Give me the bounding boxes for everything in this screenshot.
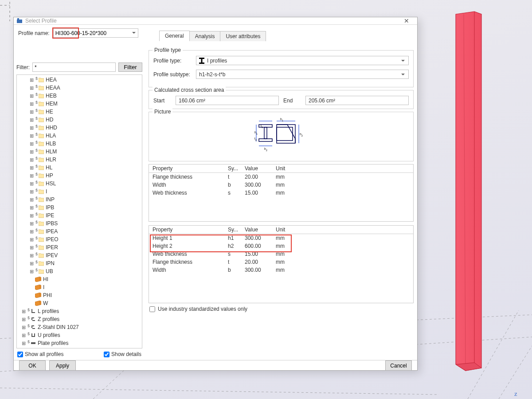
dialog-title: Select Profile — [25, 18, 399, 24]
expand-icon[interactable]: ⊞ — [29, 94, 34, 98]
property-table-b[interactable]: PropertySy...ValueUnitHeight 1h1300.00mm… — [149, 225, 414, 303]
table-row[interactable]: Height 1h1300.00mm — [149, 234, 413, 242]
tree-item[interactable]: ⊞$I — [17, 188, 142, 196]
expand-icon[interactable]: ⊞ — [29, 110, 34, 114]
tree-item[interactable]: ⊞$IPBS — [17, 219, 142, 227]
tree-item[interactable]: W — [17, 299, 142, 307]
tree-item[interactable]: ⊞$UB — [17, 267, 142, 275]
tree-item[interactable]: ⊞$IPEO — [17, 235, 142, 243]
tree-item[interactable]: ⊞$HEA — [17, 76, 142, 84]
tree-item[interactable]: HI — [17, 275, 142, 283]
dialog-titlebar[interactable]: Select Profile ✕ — [14, 17, 417, 25]
property-table-a[interactable]: PropertySy...ValueUnitFlange thicknesst2… — [149, 164, 414, 222]
expand-icon[interactable]: ⊞ — [29, 181, 34, 186]
expand-icon[interactable]: ⊞ — [21, 325, 26, 330]
expand-icon[interactable]: ⊞ — [29, 165, 34, 170]
tree-item[interactable]: ⊞$IPER — [17, 243, 142, 251]
tree-item[interactable]: ⊞$HL — [17, 164, 142, 172]
tab-analysis[interactable]: Analysis — [189, 31, 221, 41]
tab-user-attributes[interactable]: User attributes — [220, 31, 266, 41]
tree-item[interactable]: ⊞$IPEV — [17, 251, 142, 259]
expand-icon[interactable]: ⊞ — [29, 261, 34, 266]
show-details-checkbox[interactable]: Show details — [104, 351, 141, 357]
tree-item[interactable]: ⊞$HSL — [17, 180, 142, 188]
expand-icon[interactable]: ⊞ — [29, 86, 34, 90]
apply-button[interactable]: Apply — [49, 360, 76, 371]
expand-icon[interactable]: ⊞ — [29, 189, 34, 194]
tree-item[interactable]: ⊞$IPEA — [17, 227, 142, 235]
show-details-cb-input[interactable] — [104, 352, 110, 357]
tree-item[interactable]: ⊞$U profiles — [17, 331, 142, 339]
table-row[interactable]: Web thicknesss15.00mm — [149, 189, 413, 197]
svg-text:h2: h2 — [300, 133, 303, 137]
expand-icon[interactable]: ⊞ — [29, 253, 34, 258]
profile-type-combo[interactable]: I profiles — [196, 56, 409, 65]
tree-item[interactable]: ⊞$HD — [17, 116, 142, 124]
dialog-button-row: OK Apply Cancel — [14, 360, 417, 371]
expand-icon[interactable]: ⊞ — [21, 333, 26, 338]
expand-icon[interactable]: ⊞ — [29, 149, 34, 154]
table-row[interactable]: Widthb300.00mm — [149, 181, 413, 189]
table-row[interactable]: Height 2h2600.00mm — [149, 242, 413, 250]
filter-input[interactable] — [32, 63, 116, 72]
tree-item[interactable]: ⊞$HEAA — [17, 84, 142, 92]
table-row[interactable]: Widthb300.00mm — [149, 266, 413, 274]
tree-item[interactable]: ⊞$HLA — [17, 132, 142, 140]
table-row[interactable]: Flange thicknesst20.00mm — [149, 258, 413, 266]
tree-item[interactable]: ⊞$INP — [17, 196, 142, 203]
tree-item[interactable]: ⊞$HEM — [17, 100, 142, 108]
folder-icon — [39, 157, 44, 162]
tree-item[interactable]: ⊞$IPB — [17, 203, 142, 211]
tree-item[interactable]: ⊞$Z-Stahl DIN 1027 — [17, 323, 142, 331]
show-all-profiles-cb-input[interactable] — [17, 352, 23, 357]
tree-item[interactable]: ⊞$HHD — [17, 124, 142, 132]
ok-button[interactable]: OK — [19, 360, 46, 371]
expand-icon[interactable]: ⊞ — [21, 317, 26, 322]
filter-button[interactable]: Filter — [118, 63, 142, 72]
expand-icon[interactable]: ⊞ — [29, 133, 34, 138]
expand-icon[interactable]: ⊞ — [29, 78, 34, 82]
tree-item[interactable]: ⊞$L profiles — [17, 307, 142, 315]
profile-tree[interactable]: ⊞$HEA⊞$HEAA⊞$HEB⊞$HEM⊞$HE⊞$HD⊞$HHD⊞$HLA⊞… — [16, 74, 142, 348]
expand-icon[interactable]: ⊞ — [29, 205, 34, 210]
expand-icon[interactable]: ⊞ — [29, 125, 34, 130]
expand-icon[interactable]: ⊞ — [29, 102, 34, 106]
parametric-profile-icon — [35, 293, 41, 298]
expand-icon[interactable]: ⊞ — [29, 197, 34, 202]
table-row[interactable]: Flange thicknesst20.00mm — [149, 173, 413, 181]
cancel-button[interactable]: Cancel — [385, 360, 412, 371]
use-standardized-checkbox[interactable] — [149, 306, 155, 312]
tree-item[interactable]: ⊞$HP — [17, 172, 142, 180]
profile-subtype-combo[interactable]: h1-h2-s-t*b — [196, 70, 409, 79]
expand-icon[interactable]: ⊞ — [21, 309, 26, 314]
expand-icon[interactable]: ⊞ — [29, 117, 34, 122]
tree-item[interactable]: I — [17, 283, 142, 291]
expand-icon[interactable]: ⊞ — [29, 269, 34, 274]
tree-item[interactable]: ⊞$IPE — [17, 211, 142, 219]
expand-icon[interactable]: ⊞ — [29, 245, 34, 250]
profile-name-combo[interactable] — [53, 28, 138, 38]
expand-icon[interactable]: ⊞ — [29, 173, 34, 178]
close-icon[interactable]: ✕ — [399, 17, 415, 24]
expand-icon[interactable]: ⊞ — [29, 221, 34, 226]
expand-icon[interactable]: ⊞ — [21, 341, 26, 346]
expand-icon[interactable]: ⊞ — [29, 213, 34, 218]
tree-item[interactable]: PHI — [17, 291, 142, 299]
table-row[interactable]: Web thicknesss15.00mm — [149, 250, 413, 258]
tree-item[interactable]: ⊞$Plate profiles — [17, 339, 142, 347]
expand-icon[interactable]: ⊞ — [29, 141, 34, 146]
expand-icon[interactable]: ⊞ — [29, 157, 34, 162]
tab-general[interactable]: General — [159, 31, 190, 41]
tree-item[interactable]: ⊞$HLB — [17, 140, 142, 148]
tree-item[interactable]: ⊞$HLM — [17, 148, 142, 156]
tree-item[interactable]: ⊞$HLR — [17, 156, 142, 164]
right-tabs: General Analysis User attributes — [159, 30, 413, 41]
expand-icon[interactable]: ⊞ — [29, 229, 34, 234]
tree-item[interactable]: ⊞$HEB — [17, 92, 142, 100]
tree-item[interactable]: ⊞$IPN — [17, 259, 142, 267]
expand-icon[interactable]: ⊞ — [29, 237, 34, 242]
tree-item[interactable]: ⊞$HE — [17, 108, 142, 116]
show-all-profiles-checkbox[interactable]: Show all profiles — [17, 351, 63, 357]
tree-item[interactable]: ⊞$Z profiles — [17, 315, 142, 323]
profile-subtype-value: h1-h2-s-t*b — [199, 71, 225, 78]
